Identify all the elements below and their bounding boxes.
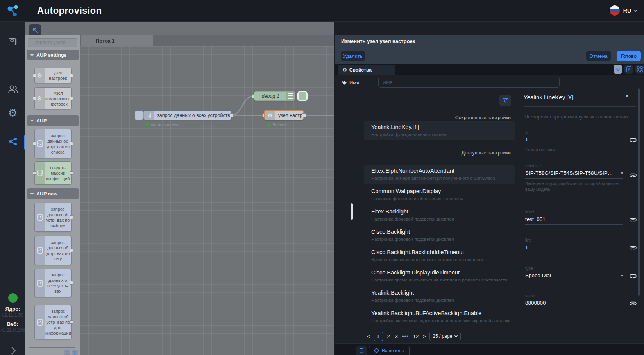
palette-node-query-by-choice[interactable]: запрос данных об устр–вах по выбору (34, 203, 72, 232)
list-item[interactable]: Cisco.Backlight.DisplayIdleTimeout Настр… (364, 267, 515, 285)
field-value-input[interactable]: test_001 (525, 216, 623, 222)
next-page-button[interactable]: > (423, 333, 426, 339)
palette-category-aup-settings[interactable]: AUP settings (27, 50, 79, 60)
list-item[interactable]: Cisco.Backlight.BacklightIdleTimeout Вре… (364, 246, 515, 265)
field-value-select[interactable]: Speed Dial▾ (525, 273, 623, 278)
field-label: X * (525, 130, 623, 134)
button-label: Готово (621, 53, 637, 59)
sidebar-item-phones[interactable] (0, 36, 25, 47)
panel-footer: Включено (335, 343, 644, 355)
flow-node-query-all-devices[interactable]: запрос данных о всех устройствах (143, 111, 231, 120)
flow-workspace: Поток 1 запрос данных о всех устройствах… (80, 35, 334, 355)
palette-node-create-config-array[interactable]: создать массив конфиг–ций (34, 161, 72, 185)
palette-node-query-list[interactable]: запрос данных об устр–вах из списка (34, 129, 72, 158)
language-switcher[interactable]: RU (610, 5, 637, 16)
link-icon[interactable] (628, 299, 638, 308)
sidebar-item-flows[interactable] (0, 136, 25, 147)
flow-tab-bar: Поток 1 (80, 35, 334, 46)
setting-name: Eltex.Elph.NumberAutoAttendant (371, 168, 454, 174)
enabled-toggle[interactable]: Включено (369, 346, 410, 355)
palette-category-aup-new[interactable]: AUP new (27, 188, 79, 199)
divider (342, 148, 511, 148)
collapse-all-categories-button[interactable] (64, 350, 70, 355)
chevron-down-icon (30, 118, 34, 122)
node-input-port (33, 171, 36, 175)
node-output-port[interactable] (230, 113, 234, 117)
inject-button[interactable] (135, 111, 143, 120)
edit-node-panel: Изменить узел узел настроек Удалить Отме… (335, 35, 644, 355)
double-chevron-down-icon (73, 353, 76, 355)
app: Autoprovision RU ⚙ (0, 0, 644, 355)
node-output-port[interactable] (302, 113, 306, 117)
divider (524, 106, 636, 107)
palette-filter-input[interactable] (28, 38, 77, 47)
file-code-icon (144, 111, 154, 120)
page-12-button[interactable]: 12 (412, 333, 419, 339)
page-3-button[interactable]: 3 (394, 333, 399, 339)
list-item[interactable]: Common.Wallpaper.Display Название фоново… (364, 185, 515, 204)
setting-detail-column: Yealink.LineKey.[X] × Насторойка програм… (517, 85, 644, 343)
sidebar-item-users[interactable] (0, 84, 25, 94)
close-icon[interactable]: × (625, 92, 629, 100)
panel-header: Изменить узел узел настроек Удалить Отме… (335, 35, 644, 64)
node-label: запрос данных об устр–вах из списка (45, 129, 71, 158)
page-1-button[interactable]: 1 (374, 332, 383, 341)
list-scrollbar-thumb[interactable] (351, 203, 353, 220)
list-item-saved[interactable]: Yealink.LineKey.[1] Настройка функционал… (364, 121, 515, 140)
list-item[interactable]: Yealink.Backlight.BLFActiveBacklightEnab… (364, 307, 515, 326)
link-icon[interactable] (628, 170, 638, 180)
node-output-port (70, 97, 73, 100)
filter-settings-button[interactable] (499, 95, 511, 106)
node-status-text: status.success (151, 122, 179, 127)
flow-node-debug-1[interactable]: debug 1 (254, 91, 295, 101)
palette-node-complex-settings[interactable]: ⚙ узел комплексных настроек (34, 87, 72, 109)
field-value-input[interactable]: 1 (525, 244, 623, 250)
field-value-select[interactable]: SIP-T58G/SIP-T54S/SIP-T58U/SIP…▾ (525, 170, 623, 176)
tab-flow-1[interactable]: Поток 1 (81, 35, 153, 46)
done-button[interactable]: Готово (617, 51, 641, 61)
pages-ellipsis[interactable]: ••• (402, 333, 409, 339)
list-item[interactable]: Cisco.Backlight Настройка фоновой подсве… (364, 226, 515, 245)
delete-button[interactable]: Удалить (341, 51, 365, 61)
list-item[interactable]: Yealink.Backlight Настройка фоновой подс… (364, 287, 515, 306)
pointer-tool-button[interactable] (29, 24, 41, 36)
list-item[interactable]: Eltex.Elph.NumberAutoAttendant Настройка… (364, 165, 515, 184)
debug-toggle-button[interactable] (297, 91, 308, 101)
palette-node-query-all[interactable]: запрос данных о всех устр–вах (34, 269, 72, 297)
properties-view-button[interactable]: ⚙ (614, 65, 622, 74)
circle-icon (374, 348, 379, 353)
link-icon[interactable] (628, 215, 638, 224)
palette-node-query-by-tag[interactable]: запрос данных об устр–вах по тегу (34, 236, 72, 265)
link-icon[interactable] (628, 243, 638, 253)
tab-properties[interactable]: ⚙ Свойства (338, 65, 395, 75)
node-label: запрос данных о всех устройствах (154, 111, 231, 120)
palette-category-aup[interactable]: AUP (27, 115, 79, 126)
link-icon[interactable] (628, 271, 638, 281)
docs-button[interactable] (356, 346, 367, 355)
detail-scrollbar-thumb[interactable] (638, 88, 640, 296)
list-item[interactable]: Eltex.Backlight Настройка фоновой подсве… (364, 206, 515, 224)
description-view-button[interactable] (624, 65, 633, 74)
page-2-button[interactable]: 2 (386, 333, 391, 339)
page-size-select[interactable]: 25 / page (429, 332, 461, 341)
prev-page-button[interactable]: < (367, 333, 370, 339)
field-value-input[interactable]: 8800800 (525, 300, 623, 306)
link-icon[interactable] (628, 135, 638, 145)
expand-all-categories-button[interactable] (72, 350, 78, 355)
appearance-view-button[interactable] (635, 65, 644, 74)
field-value-input[interactable]: 1 (525, 136, 623, 142)
app-logo[interactable] (0, 0, 25, 22)
web-label: Веб: (0, 321, 25, 327)
cancel-button[interactable]: Отмена (586, 51, 611, 61)
sidebar-item-settings[interactable]: ⚙ (0, 107, 25, 119)
core-label: Ядро: (0, 306, 25, 312)
expand-sidebar-button[interactable] (8, 347, 16, 355)
flow-canvas[interactable]: запрос данных о всех устройствах status.… (80, 46, 334, 355)
tag-icon (342, 80, 347, 85)
web-version: v2.11.0.206 (0, 327, 25, 333)
flow-node-settings-selected[interactable]: ⚙ узел настроек (264, 110, 304, 120)
arrow-up-left-icon (32, 27, 39, 34)
palette-node-query-by-extra-info[interactable]: запрос данных об устр–вах по доп. информ… (34, 305, 72, 339)
palette-node-settings[interactable]: ⚙ узел настроек (34, 68, 72, 83)
node-label: узел настроек (45, 68, 71, 83)
